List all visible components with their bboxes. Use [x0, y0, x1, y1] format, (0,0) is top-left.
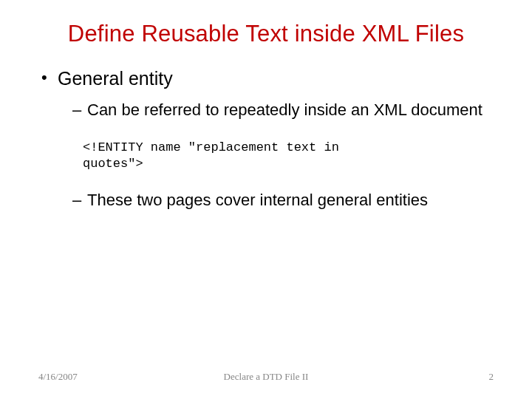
- slide: Define Reusable Text inside XML Files Ge…: [0, 0, 532, 399]
- bullet-level-1: General entity: [41, 68, 502, 89]
- bullet-level-2: Can be referred to repeatedly inside an …: [72, 100, 502, 120]
- footer-date: 4/16/2007: [38, 371, 78, 383]
- code-block: <!ENTITY name "replacement text in quote…: [77, 135, 372, 177]
- slide-title: Define Reusable Text inside XML Files: [30, 21, 502, 47]
- footer-title: Declare a DTD File II: [224, 371, 309, 383]
- footer-page-number: 2: [489, 371, 494, 383]
- slide-footer: 4/16/2007 Declare a DTD File II 2: [0, 371, 532, 383]
- bullet-level-2: These two pages cover internal general e…: [72, 190, 502, 211]
